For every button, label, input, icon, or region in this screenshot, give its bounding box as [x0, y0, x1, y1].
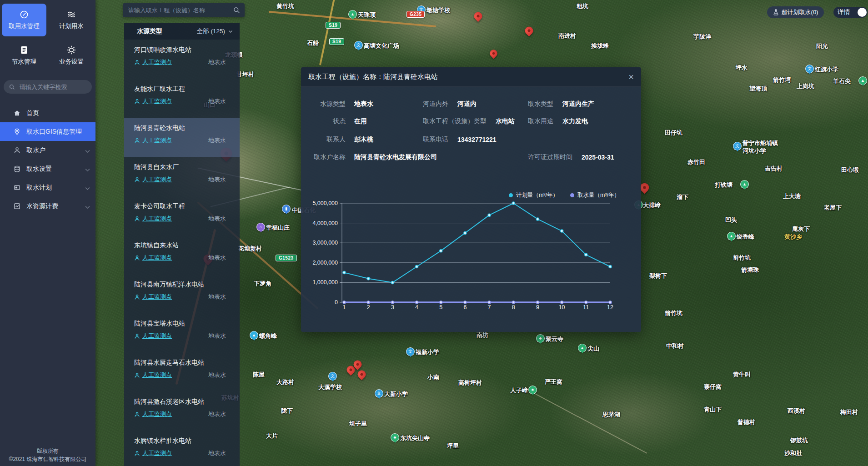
sidebar-item-2[interactable]: 取水口GIS信息管理 — [0, 122, 95, 141]
manual-monitor-link[interactable]: 人工监测点 — [134, 58, 172, 66]
map-place-label: 尖山 — [587, 345, 599, 352]
resort-poi-icon[interactable]: ⌂ — [256, 223, 265, 231]
manual-monitor-link[interactable]: 人工监测点 — [134, 293, 172, 301]
school-poi-icon[interactable]: 文 — [354, 41, 363, 50]
peak-cyan-poi-icon[interactable]: ▲ — [250, 331, 258, 340]
detail-field: 取水户名称陆河县青砼水电发展有限公司 — [312, 153, 485, 161]
map-place-label: 挨垅蜂 — [591, 42, 609, 50]
map-place-label: 南坊 — [477, 331, 488, 339]
red-map-pin[interactable] — [356, 369, 367, 380]
manual-monitor-link[interactable]: 人工监测点 — [134, 254, 172, 262]
station-name: 麦卡公司取水工程 — [134, 202, 228, 210]
field-row: 状态在用取水工程（设施）类型水电站取水用途水力发电 — [301, 117, 641, 127]
station-list-item[interactable]: 水唇镇水栏肚水电站人工监测点地表水 — [124, 431, 240, 466]
road-shield: S19 — [326, 22, 341, 29]
station-list: 河口镇唱歌潭水电站人工监测点地表水友能水厂取水工程人工监测点地表水陆河县青砼水电… — [124, 40, 240, 466]
module-tile-1[interactable]: 取用水管理 — [2, 4, 46, 36]
road-shield: G235 — [406, 11, 425, 18]
field-label: 水源类型 — [312, 100, 346, 108]
mountain-poi-icon[interactable]: ▲ — [740, 180, 749, 189]
tree-poi-icon[interactable]: ♣ — [536, 334, 545, 343]
manual-monitor-link[interactable]: 人工监测点 — [134, 97, 172, 105]
map-place-label: 聚云寺 — [546, 335, 563, 343]
station-name: 东坑镇自来水站 — [134, 241, 228, 250]
copyright-line2: ©2021 珠海市仁智科技有限公司 — [0, 455, 95, 463]
filter-dropdown[interactable]: 全部 (125) — [197, 27, 233, 35]
station-list-item[interactable]: 陆河县青砼水电站人工监测点地表水 — [124, 118, 240, 157]
manual-monitor-link[interactable]: 人工监测点 — [134, 371, 172, 379]
station-list-item[interactable]: 东坑镇自来水站人工监测点地表水 — [124, 235, 240, 274]
sidebar-item-3[interactable]: 取水户 — [0, 141, 95, 160]
gas-poi-icon[interactable]: ▮ — [282, 205, 291, 213]
legend-dot — [509, 193, 513, 197]
red-map-pin[interactable] — [472, 10, 484, 22]
sidebar-item-5[interactable]: 取水计划 — [0, 178, 95, 197]
mountain-poi-icon[interactable]: ▲ — [727, 232, 736, 241]
station-search-input[interactable] — [127, 6, 233, 14]
legend-item[interactable]: 计划量（m³/年） — [509, 191, 558, 199]
station-list-item[interactable]: 河口镇唱歌潭水电站人工监测点地表水 — [124, 40, 240, 79]
station-search[interactable] — [123, 3, 245, 17]
map-place-label: 大片 — [266, 432, 278, 440]
module-tile-3[interactable]: 节水管理 — [2, 39, 46, 72]
manual-monitor-link[interactable]: 人工监测点 — [134, 136, 172, 145]
map-place-label: 大溪学校 — [318, 383, 342, 391]
station-list-item[interactable]: 陆河县自来水厂人工监测点地表水 — [124, 157, 240, 196]
copyright: 版权所有 ©2021 珠海市仁智科技有限公司 — [0, 447, 95, 463]
field-label: 取水工程（设施）类型 — [423, 117, 487, 125]
sidebar-item-4[interactable]: 取水设置 — [0, 160, 95, 178]
manual-monitor-link[interactable]: 人工监测点 — [134, 410, 172, 418]
module-tile-2[interactable]: 计划用水 — [49, 4, 94, 36]
sidebar-item-label: 首页 — [26, 109, 39, 117]
sidebar-search[interactable] — [4, 80, 92, 94]
station-filter-bar: 水源类型 全部 (125) — [124, 23, 240, 40]
mountain-poi-icon[interactable]: ▲ — [348, 10, 357, 19]
station-list-item[interactable]: 陆河县宝塔水电站人工监测点地表水 — [124, 313, 240, 352]
school-poi-icon[interactable]: 文 — [406, 347, 415, 356]
red-map-pin[interactable] — [488, 48, 499, 59]
water-source-type: 地表水 — [208, 449, 226, 457]
map-place-label: 花塘新村 — [238, 245, 262, 252]
sidebar-item-1[interactable]: 首页 — [0, 104, 95, 122]
map-place-label: 坪水 — [736, 64, 748, 71]
sidebar-item-6[interactable]: 水资源计费 — [0, 197, 95, 215]
manual-monitor-link[interactable]: 人工监测点 — [134, 175, 172, 184]
field-value: 河道内 — [457, 100, 477, 108]
map-place-label: 陇下 — [281, 407, 293, 415]
manual-monitor-link[interactable]: 人工监测点 — [134, 215, 172, 223]
tree-poi-icon[interactable]: ♣ — [528, 386, 537, 394]
svg-text:6: 6 — [463, 304, 467, 311]
chevron-down-icon — [84, 166, 89, 171]
module-tile-4[interactable]: 业务设置 — [49, 39, 94, 72]
map-place-label: 大排嶂 — [643, 201, 661, 209]
over-plan-intake-button[interactable]: 超计划取水(0) — [767, 6, 824, 18]
station-list-item[interactable]: 陆河县水唇走马石水电站人工监测点地表水 — [124, 352, 240, 391]
station-list-item[interactable]: 麦卡公司取水工程人工监测点地表水 — [124, 196, 240, 235]
map-place-label: 幸福山庄 — [266, 224, 290, 231]
sidebar-search-input[interactable] — [19, 83, 84, 91]
map-place-label: 梅田村 — [840, 408, 858, 416]
school-poi-icon[interactable]: 文 — [805, 65, 814, 73]
module-switcher: 取用水管理计划用水节水管理业务设置 — [0, 0, 95, 74]
station-list-item[interactable]: 友能水厂取水工程人工监测点地表水 — [124, 79, 240, 118]
mountain-poi-icon[interactable]: ▲ — [858, 76, 867, 85]
legend-item[interactable]: 取水量（m³/年） — [570, 191, 620, 199]
station-list-item[interactable]: 陆河县激石溪老区水电站人工监测点地表水 — [124, 391, 240, 431]
station-list-item[interactable]: 陆河县南万镇杞洋水电站人工监测点地表水 — [124, 274, 240, 313]
search-icon[interactable] — [233, 7, 240, 14]
school-poi-icon[interactable]: 文 — [375, 389, 383, 398]
school-poi-icon[interactable]: 文 — [733, 142, 742, 150]
close-icon[interactable]: × — [628, 72, 634, 81]
school-poi-icon[interactable]: 文 — [328, 372, 337, 381]
red-map-pin[interactable] — [523, 25, 535, 36]
sidebar-item-label: 取水计划 — [26, 184, 52, 192]
water-source-type: 地表水 — [208, 58, 226, 66]
toggle-knob[interactable] — [858, 8, 867, 17]
manual-monitor-link[interactable]: 人工监测点 — [134, 332, 172, 340]
mountain-poi-icon[interactable]: ▲ — [578, 344, 587, 352]
detail-toggle[interactable]: 详情 — [833, 7, 868, 18]
tree-poi-icon[interactable]: ♣ — [391, 433, 399, 442]
water-source-type: 地表水 — [208, 97, 226, 105]
manual-monitor-link[interactable]: 人工监测点 — [134, 449, 172, 457]
map-place-label: 羊石尖 — [833, 77, 851, 85]
